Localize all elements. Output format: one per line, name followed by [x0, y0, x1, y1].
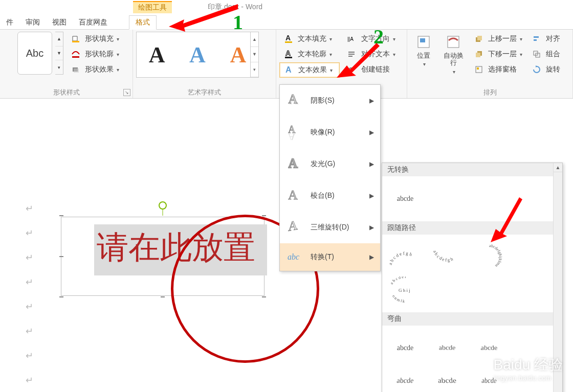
- caret-icon: ▾: [392, 36, 395, 42]
- transform-thumb-warp-6[interactable]: abcde: [472, 367, 506, 392]
- wordart-sample-1[interactable]: A: [149, 42, 165, 68]
- tab-file-frag[interactable]: 件: [0, 16, 19, 29]
- svg-text:A: A: [285, 34, 291, 42]
- group-wordart-styles: A A A ▲ ▼ ▾ 艺术字样式: [133, 30, 276, 98]
- text-outline-icon: A: [281, 48, 296, 60]
- ribbon-tabs: 件 审阅 视图 百度网盘 格式: [0, 14, 573, 30]
- svg-text:A: A: [285, 65, 292, 74]
- submenu-arrow-icon: ▶: [369, 160, 374, 168]
- reflection-icon: AA: [287, 125, 303, 140]
- text-fill-button[interactable]: A 文本填充▾: [279, 32, 340, 46]
- bring-forward-label: 上移一层: [488, 34, 517, 43]
- paragraph-mark: ↵: [26, 203, 33, 214]
- wrap-text-button[interactable]: 自动换行 ▾: [440, 32, 467, 86]
- transform-thumb-button[interactable]: a b c d e fG h i jo n m l k: [387, 276, 423, 303]
- create-link-button[interactable]: 创建链接: [343, 62, 403, 77]
- tab-baidu-netdisk[interactable]: 百度网盘: [73, 16, 114, 29]
- resize-handle[interactable]: [59, 215, 63, 216]
- svg-rect-19: [476, 53, 480, 57]
- scroll-down-icon[interactable]: ▼: [55, 47, 63, 61]
- shape-fill-button[interactable]: 形状填充▾: [67, 32, 121, 46]
- align-button[interactable]: 对齐: [527, 32, 562, 46]
- menu-bevel-label: 棱台(B): [311, 191, 362, 200]
- transform-thumb-arch-down[interactable]: a b c d e f g h: [429, 244, 465, 270]
- caret-icon: ▾: [519, 36, 522, 42]
- transform-panel-scrollbar[interactable]: ▲: [553, 163, 562, 392]
- svg-text:||A: ||A: [347, 36, 354, 42]
- transform-thumb-warp-5[interactable]: abcde: [426, 367, 468, 392]
- shape-fill-icon: [69, 33, 83, 45]
- svg-rect-5: [285, 41, 292, 43]
- submenu-arrow-icon: ▶: [369, 253, 374, 261]
- position-button[interactable]: 位置 ▾: [410, 32, 437, 86]
- svg-text:A: A: [285, 50, 291, 57]
- menu-item-shadow[interactable]: AA 阴影(S) ▶: [280, 85, 380, 117]
- menu-item-reflection[interactable]: AA 映像(R) ▶: [280, 117, 380, 148]
- scroll-down-icon[interactable]: ▼: [251, 47, 258, 62]
- align-text-button[interactable]: 对齐文本▾: [343, 47, 403, 61]
- align-label: 对齐: [546, 34, 560, 43]
- svg-text:A: A: [288, 220, 298, 234]
- resize-handle[interactable]: [59, 256, 63, 257]
- scroll-up-icon[interactable]: ▲: [55, 32, 63, 47]
- menu-item-bevel[interactable]: A 棱台(B) ▶: [280, 180, 380, 212]
- selection-pane-button[interactable]: 选择窗格: [470, 62, 524, 77]
- transform-thumb-warp-4[interactable]: abcde: [385, 367, 425, 392]
- bring-forward-button[interactable]: 上移一层▾: [470, 32, 524, 46]
- transform-thumb-warp-1[interactable]: abcde: [387, 335, 423, 361]
- caret-icon: ▾: [116, 36, 119, 42]
- dialog-launcher-shape[interactable]: ↘: [123, 89, 130, 96]
- text-effects-button[interactable]: A 文本效果▾: [279, 62, 340, 78]
- scroll-up-icon[interactable]: ▲: [554, 163, 562, 172]
- text-direction-button[interactable]: ||A 文字方向▾: [343, 32, 403, 46]
- tab-review[interactable]: 审阅: [19, 16, 46, 29]
- tab-format[interactable]: 格式: [129, 15, 157, 30]
- transform-header-follow-path: 跟随路径: [382, 221, 562, 235]
- shape-gallery-scroll[interactable]: ▲ ▼ ▾: [55, 32, 63, 75]
- menu-shadow-label: 阴影(S): [311, 96, 362, 105]
- scroll-more-icon[interactable]: ▾: [251, 62, 258, 77]
- tab-view[interactable]: 视图: [46, 16, 73, 29]
- resize-handle[interactable]: [161, 296, 165, 297]
- group-button[interactable]: 组合: [527, 47, 562, 61]
- title-bar: 绘图工具 印章.docx - Word: [0, 0, 573, 14]
- paragraph-mark: ↵: [26, 252, 33, 263]
- shadow-icon: AA: [287, 93, 303, 108]
- annotation-number-2: 2: [373, 25, 384, 49]
- svg-text:A: A: [288, 93, 298, 106]
- resize-handle[interactable]: [262, 215, 266, 216]
- menu-item-3d-rotation[interactable]: A 三维旋转(D) ▶: [280, 212, 380, 243]
- rotate-button[interactable]: 旋转: [527, 62, 562, 77]
- scroll-up-icon[interactable]: ▲: [251, 32, 258, 47]
- transform-thumb-none[interactable]: abcde: [387, 186, 423, 212]
- transform-thumb-circle[interactable]: abcdefghijklmn: [471, 244, 507, 270]
- transform-gallery-panel: ▲ 无转换 abcde 跟随路径 a b c d e f g h a b c d…: [382, 163, 563, 392]
- menu-item-glow[interactable]: AA 发光(G) ▶: [280, 148, 380, 180]
- shape-outline-button[interactable]: 形状轮廓▾: [67, 47, 121, 61]
- text-outline-button[interactable]: A 文本轮廓▾: [279, 47, 340, 61]
- rotate-handle[interactable]: [159, 201, 167, 210]
- paragraph-mark: ↵: [26, 227, 33, 239]
- wordart-sample-3[interactable]: A: [230, 42, 246, 68]
- selection-pane-label: 选择窗格: [488, 65, 517, 74]
- menu-item-transform[interactable]: abc 转换(T) ▶: [280, 243, 380, 271]
- wordart-style-gallery[interactable]: A A A ▲ ▼ ▾: [136, 32, 259, 78]
- group-label-shape-styles: 形状样式: [3, 86, 129, 97]
- wordart-gallery-scroll[interactable]: ▲ ▼ ▾: [250, 32, 258, 77]
- svg-text:o n m l k: o n m l k: [391, 294, 405, 303]
- submenu-arrow-icon: ▶: [369, 192, 374, 199]
- group-label-btn: 组合: [546, 50, 560, 59]
- wordart-sample-2[interactable]: A: [189, 42, 206, 68]
- shape-effects-button[interactable]: 形状效果▾: [67, 62, 121, 77]
- transform-thumb-arch-up[interactable]: a b c d e f g h: [387, 244, 423, 270]
- shape-format-column: 形状填充▾ 形状轮廓▾ 形状效果▾: [67, 32, 121, 86]
- transform-thumb-warp-3[interactable]: abcde: [468, 338, 511, 362]
- shape-style-gallery[interactable]: Abc: [17, 32, 52, 75]
- link-icon: [345, 63, 359, 76]
- scroll-more-icon[interactable]: ▾: [55, 60, 63, 74]
- rotate3d-icon: A: [287, 220, 303, 235]
- transform-thumb-warp-2[interactable]: abcde: [426, 334, 469, 358]
- send-backward-button[interactable]: 下移一层▾: [470, 47, 524, 61]
- shape-effects-label: 形状效果: [85, 65, 114, 74]
- resize-handle[interactable]: [59, 296, 63, 297]
